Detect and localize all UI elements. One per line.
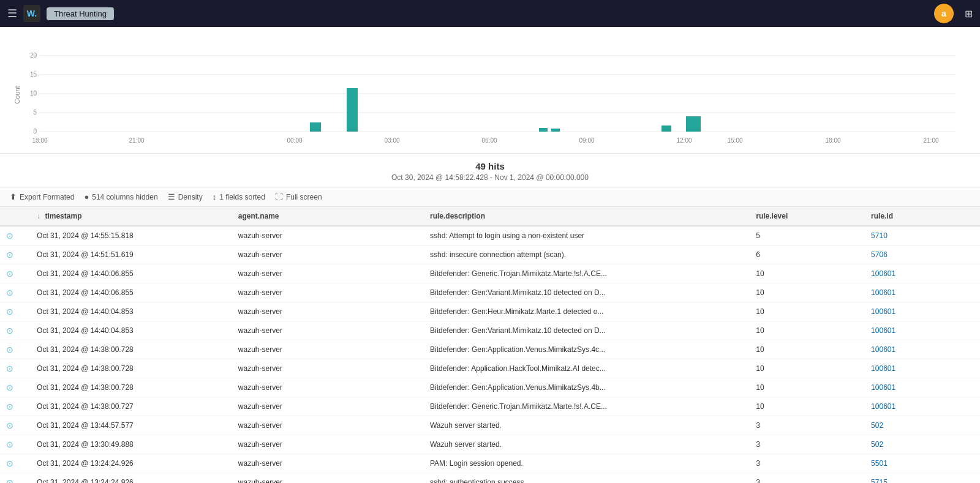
row-expand-4[interactable]: ⊙ xyxy=(0,302,31,321)
cell-timestamp-6: Oct 31, 2024 @ 14:38:00.728 xyxy=(31,340,232,359)
cell-timestamp-9: Oct 31, 2024 @ 14:38:00.727 xyxy=(31,397,232,416)
row-expand-12[interactable]: ⊙ xyxy=(0,454,31,473)
cell-timestamp-5: Oct 31, 2024 @ 14:40:04.853 xyxy=(31,321,232,340)
cell-timestamp-0: Oct 31, 2024 @ 14:55:15.818 xyxy=(31,226,232,245)
cell-desc-7: Bitdefender: Application.HackTool.Mimika… xyxy=(424,359,750,378)
svg-text:00:00: 00:00 xyxy=(287,137,302,144)
rule-id-link-10[interactable]: 502 xyxy=(871,421,883,430)
row-expand-0[interactable]: ⊙ xyxy=(0,226,31,245)
rule-id-link-12[interactable]: 5501 xyxy=(871,459,888,468)
expand-icon-12[interactable]: ⊙ xyxy=(6,459,13,468)
rule-id-link-6[interactable]: 100601 xyxy=(871,345,895,354)
expand-icon-6[interactable]: ⊙ xyxy=(6,345,13,354)
rule-id-link-7[interactable]: 100601 xyxy=(871,364,895,373)
expand-icon-0[interactable]: ⊙ xyxy=(6,231,13,241)
cell-agent-12: wazuh-server xyxy=(232,454,424,473)
fullscreen-icon: ⛶ xyxy=(275,192,283,201)
settings-icon[interactable]: ⊞ xyxy=(965,8,973,20)
menu-icon[interactable]: ☰ xyxy=(7,7,17,20)
sort-icon: ↕ xyxy=(213,192,217,201)
row-expand-13[interactable]: ⊙ xyxy=(0,473,31,484)
row-expand-2[interactable]: ⊙ xyxy=(0,264,31,283)
svg-text:20: 20 xyxy=(30,52,37,59)
row-expand-11[interactable]: ⊙ xyxy=(0,435,31,454)
bar-5 xyxy=(662,125,671,132)
col-header-agent[interactable]: agent.name xyxy=(232,207,424,226)
col-header-rule-desc[interactable]: rule.description xyxy=(424,207,750,226)
cell-timestamp-11: Oct 31, 2024 @ 13:30:49.888 xyxy=(31,435,232,454)
row-expand-5[interactable]: ⊙ xyxy=(0,321,31,340)
row-expand-1[interactable]: ⊙ xyxy=(0,245,31,264)
cell-agent-9: wazuh-server xyxy=(232,397,424,416)
expand-icon-2[interactable]: ⊙ xyxy=(6,269,13,279)
row-expand-7[interactable]: ⊙ xyxy=(0,359,31,378)
rule-id-link-3[interactable]: 100601 xyxy=(871,288,895,297)
cell-desc-1: sshd: insecure connection attempt (scan)… xyxy=(424,245,750,264)
app-logo: W. xyxy=(23,5,40,22)
cell-id-9: 100601 xyxy=(865,397,980,416)
cell-timestamp-8: Oct 31, 2024 @ 14:38:00.728 xyxy=(31,378,232,397)
cell-level-6: 10 xyxy=(750,340,865,359)
cell-desc-2: Bitdefender: Generic.Trojan.Mimikatz.Mar… xyxy=(424,264,750,283)
row-expand-6[interactable]: ⊙ xyxy=(0,340,31,359)
fullscreen-button[interactable]: ⛶ Full screen xyxy=(275,192,322,201)
expand-icon-9[interactable]: ⊙ xyxy=(6,402,13,411)
rule-id-link-2[interactable]: 100601 xyxy=(871,269,895,278)
rule-id-link-1[interactable]: 5706 xyxy=(871,250,888,259)
svg-text:03:00: 03:00 xyxy=(384,137,399,144)
cell-level-7: 10 xyxy=(750,359,865,378)
rule-id-link-9[interactable]: 100601 xyxy=(871,402,895,411)
col-header-rule-level[interactable]: rule.level xyxy=(750,207,865,226)
rule-id-link-8[interactable]: 100601 xyxy=(871,383,895,392)
expand-icon-1[interactable]: ⊙ xyxy=(6,250,13,260)
row-expand-10[interactable]: ⊙ xyxy=(0,416,31,435)
cell-level-13: 3 xyxy=(750,473,865,484)
cell-level-4: 10 xyxy=(750,302,865,321)
expand-icon-10[interactable]: ⊙ xyxy=(6,421,13,430)
expand-icon-8[interactable]: ⊙ xyxy=(6,383,13,392)
density-label: Density xyxy=(178,193,203,201)
export-button[interactable]: ⬆ Export Formated xyxy=(10,192,74,201)
expand-icon-4[interactable]: ⊙ xyxy=(6,307,13,316)
expand-icon-5[interactable]: ⊙ xyxy=(6,326,13,335)
cell-id-13: 5715 xyxy=(865,473,980,484)
expand-icon-13[interactable]: ⊙ xyxy=(6,477,13,483)
row-expand-3[interactable]: ⊙ xyxy=(0,283,31,302)
cell-agent-10: wazuh-server xyxy=(232,416,424,435)
cell-agent-0: wazuh-server xyxy=(232,226,424,245)
cell-id-7: 100601 xyxy=(865,359,980,378)
cell-agent-5: wazuh-server xyxy=(232,321,424,340)
density-button[interactable]: ☰ Density xyxy=(168,192,203,201)
expand-icon-3[interactable]: ⊙ xyxy=(6,288,13,298)
fullscreen-label: Full screen xyxy=(286,193,322,201)
columns-hidden-button[interactable]: ● 514 columns hidden xyxy=(84,192,157,201)
cell-id-2: 100601 xyxy=(865,264,980,283)
cell-id-10: 502 xyxy=(865,416,980,435)
table-row: ⊙ Oct 31, 2024 @ 14:51:51.619 wazuh-serv… xyxy=(0,245,980,264)
cell-desc-11: Wazuh server started. xyxy=(424,435,750,454)
rule-id-link-13[interactable]: 5715 xyxy=(871,478,888,483)
row-expand-9[interactable]: ⊙ xyxy=(0,397,31,416)
page-badge: Threat Hunting xyxy=(47,7,114,20)
table-row: ⊙ Oct 31, 2024 @ 13:24:24.926 wazuh-serv… xyxy=(0,473,980,484)
density-icon: ☰ xyxy=(168,192,175,201)
cell-timestamp-2: Oct 31, 2024 @ 14:40:06.855 xyxy=(31,264,232,283)
sorted-button[interactable]: ↕ 1 fields sorted xyxy=(213,192,265,201)
svg-text:10: 10 xyxy=(30,90,37,97)
rule-id-link-4[interactable]: 100601 xyxy=(871,307,895,316)
col-header-rule-id[interactable]: rule.id xyxy=(865,207,980,226)
expand-icon-7[interactable]: ⊙ xyxy=(6,364,13,373)
cell-timestamp-7: Oct 31, 2024 @ 14:38:00.728 xyxy=(31,359,232,378)
cell-agent-6: wazuh-server xyxy=(232,340,424,359)
toolbar: ⬆ Export Formated ● 514 columns hidden ☰… xyxy=(0,187,980,207)
cell-level-11: 3 xyxy=(750,435,865,454)
table-row: ⊙ Oct 31, 2024 @ 14:55:15.818 wazuh-serv… xyxy=(0,226,980,245)
expand-icon-11[interactable]: ⊙ xyxy=(6,440,13,449)
rule-id-link-5[interactable]: 100601 xyxy=(871,326,895,335)
row-expand-8[interactable]: ⊙ xyxy=(0,378,31,397)
cell-level-10: 3 xyxy=(750,416,865,435)
rule-id-link-0[interactable]: 5710 xyxy=(871,231,888,240)
col-header-timestamp[interactable]: ↓ timestamp xyxy=(31,207,232,226)
avatar[interactable]: a xyxy=(934,4,954,23)
rule-id-link-11[interactable]: 502 xyxy=(871,440,883,449)
